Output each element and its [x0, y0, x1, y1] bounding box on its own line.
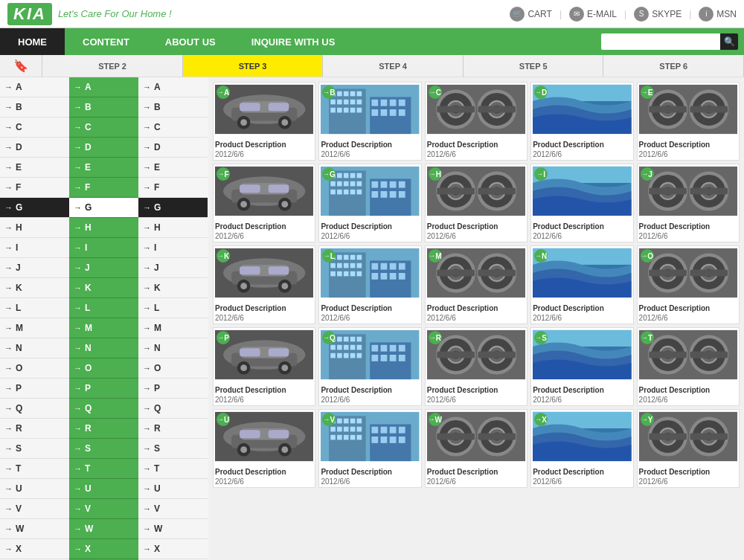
sidebar-item-Q-col2[interactable]: → Q	[69, 399, 138, 419]
sidebar-item-F-col3[interactable]: → F	[138, 178, 208, 198]
email-button[interactable]: ✉ E-MAIL	[569, 7, 617, 22]
sidebar-item-F-col1[interactable]: → F	[0, 178, 69, 198]
product-item[interactable]: →B Product Description2012/6/6	[318, 82, 421, 161]
sidebar-item-C-col3[interactable]: → C	[138, 118, 208, 138]
product-item[interactable]: →D Product Description2012/6/6	[530, 82, 633, 161]
sidebar-item-J-col2[interactable]: → J	[69, 258, 138, 278]
product-item[interactable]: →S Product Description2012/6/6	[530, 327, 633, 406]
sidebar-item-E-col2[interactable]: → E	[69, 158, 138, 178]
sidebar-item-H-col3[interactable]: → H	[138, 218, 208, 238]
product-item[interactable]: →X Product Description2012/6/6	[530, 409, 633, 488]
product-item[interactable]: →N Product Description2012/6/6	[530, 245, 633, 324]
sidebar-item-R-col3[interactable]: → R	[138, 419, 208, 439]
search-button[interactable]: 🔍	[720, 33, 738, 50]
step-4[interactable]: STEP 4	[323, 55, 464, 77]
sidebar-item-D-col3[interactable]: → D	[138, 138, 208, 158]
product-item[interactable]: →Y Product Description2012/6/6	[637, 409, 740, 488]
sidebar-item-C-col2[interactable]: → C	[69, 118, 138, 138]
sidebar-item-S-col2[interactable]: → S	[69, 439, 138, 459]
search-input[interactable]	[601, 33, 720, 50]
sidebar-item-W-col1[interactable]: → W	[0, 519, 69, 539]
sidebar-item-X-col1[interactable]: → X	[0, 539, 69, 559]
skype-button[interactable]: S SKYPE	[634, 7, 682, 22]
sidebar-item-A-col3[interactable]: → A	[138, 77, 208, 97]
sidebar-item-E-col3[interactable]: → E	[138, 158, 208, 178]
sidebar-item-P-col2[interactable]: → P	[69, 379, 138, 399]
sidebar-item-K-col3[interactable]: → K	[138, 278, 208, 298]
sidebar-item-R-col1[interactable]: → R	[0, 419, 69, 439]
sidebar-item-K-col1[interactable]: → K	[0, 278, 69, 298]
sidebar-item-G-col2[interactable]: → G	[69, 198, 138, 218]
sidebar-item-V-col3[interactable]: → V	[138, 499, 208, 519]
product-item[interactable]: →O Product Description2012/6/6	[637, 245, 740, 324]
nav-content[interactable]: CONTENT	[65, 28, 147, 55]
sidebar-item-V-col2[interactable]: → V	[69, 499, 138, 519]
product-item[interactable]: →W Product Description2012/6/6	[425, 409, 527, 488]
sidebar-item-S-col1[interactable]: → S	[0, 439, 69, 459]
sidebar-item-Q-col1[interactable]: → Q	[0, 399, 69, 419]
sidebar-item-B-col1[interactable]: → B	[0, 97, 69, 118]
sidebar-item-K-col2[interactable]: → K	[69, 278, 138, 298]
sidebar-item-H-col2[interactable]: → H	[69, 218, 138, 238]
sidebar-item-X-col2[interactable]: → X	[69, 539, 138, 559]
sidebar-item-I-col3[interactable]: → I	[138, 238, 208, 258]
sidebar-item-O-col2[interactable]: → O	[69, 358, 138, 379]
product-item[interactable]: →T Product Description2012/6/6	[637, 327, 740, 406]
product-item[interactable]: →P Product Description2012/6/6	[213, 327, 315, 406]
nav-home[interactable]: HOME	[0, 28, 65, 55]
sidebar-item-R-col2[interactable]: → R	[69, 419, 138, 439]
sidebar-item-F-col2[interactable]: → F	[69, 178, 138, 198]
product-item[interactable]: →G Product Description2012/6/6	[318, 164, 421, 242]
sidebar-item-T-col1[interactable]: → T	[0, 459, 69, 479]
step-3[interactable]: STEP 3	[183, 55, 324, 77]
sidebar-item-L-col1[interactable]: → L	[0, 298, 69, 318]
product-item[interactable]: →I Product Description2012/6/6	[530, 164, 633, 242]
step-5[interactable]: STEP 5	[464, 55, 604, 77]
sidebar-item-A-col2[interactable]: → A	[69, 77, 138, 97]
sidebar-item-W-col3[interactable]: → W	[138, 519, 208, 539]
step-2[interactable]: STEP 2	[42, 55, 183, 77]
nav-about[interactable]: ABOUT US	[147, 28, 234, 55]
product-item[interactable]: →M Product Description2012/6/6	[425, 245, 527, 324]
sidebar-item-H-col1[interactable]: → H	[0, 218, 69, 238]
product-item[interactable]: →H Product Description2012/6/6	[425, 164, 527, 242]
sidebar-item-T-col2[interactable]: → T	[69, 459, 138, 479]
sidebar-item-P-col3[interactable]: → P	[138, 379, 208, 399]
sidebar-item-U-col1[interactable]: → U	[0, 479, 69, 499]
product-item[interactable]: →A Product Description2012/6/6	[213, 82, 315, 161]
sidebar-item-J-col3[interactable]: → J	[138, 258, 208, 278]
sidebar-item-N-col3[interactable]: → N	[138, 338, 208, 358]
sidebar-item-B-col3[interactable]: → B	[138, 97, 208, 118]
sidebar-item-N-col2[interactable]: → N	[69, 338, 138, 358]
sidebar-item-V-col1[interactable]: → V	[0, 499, 69, 519]
sidebar-item-G-col3[interactable]: → G	[138, 198, 208, 218]
sidebar-item-M-col3[interactable]: → M	[138, 318, 208, 338]
sidebar-item-J-col1[interactable]: → J	[0, 258, 69, 278]
nav-inquire[interactable]: INQUIRE WITH US	[234, 28, 353, 55]
product-item[interactable]: →F Product Description2012/6/6	[213, 164, 315, 242]
sidebar-item-L-col2[interactable]: → L	[69, 298, 138, 318]
sidebar-item-M-col1[interactable]: → M	[0, 318, 69, 338]
product-item[interactable]: →Q Product Description2012/6/6	[318, 327, 421, 406]
step-bookmark[interactable]: 🔖	[0, 55, 42, 77]
sidebar-item-I-col2[interactable]: → I	[69, 238, 138, 258]
product-item[interactable]: →K Product Description2012/6/6	[213, 245, 315, 324]
sidebar-item-Q-col3[interactable]: → Q	[138, 399, 208, 419]
sidebar-item-S-col3[interactable]: → S	[138, 439, 208, 459]
sidebar-item-D-col2[interactable]: → D	[69, 138, 138, 158]
sidebar-item-G-col1[interactable]: → G	[0, 198, 69, 218]
product-item[interactable]: →J Product Description2012/6/6	[637, 164, 740, 242]
product-item[interactable]: →C Product Description2012/6/6	[425, 82, 527, 161]
product-item[interactable]: →E Product Description2012/6/6	[637, 82, 740, 161]
sidebar-item-T-col3[interactable]: → T	[138, 459, 208, 479]
sidebar-item-I-col1[interactable]: → I	[0, 238, 69, 258]
sidebar-item-N-col1[interactable]: → N	[0, 338, 69, 358]
sidebar-item-O-col1[interactable]: → O	[0, 358, 69, 379]
cart-button[interactable]: 🛒 CART	[510, 7, 551, 22]
product-item[interactable]: →V Product Description2012/6/6	[318, 409, 421, 488]
sidebar-item-W-col2[interactable]: → W	[69, 519, 138, 539]
step-6[interactable]: STEP 6	[603, 55, 744, 77]
sidebar-item-B-col2[interactable]: → B	[69, 97, 138, 118]
sidebar-item-X-col3[interactable]: → X	[138, 539, 208, 559]
sidebar-item-M-col2[interactable]: → M	[69, 318, 138, 338]
